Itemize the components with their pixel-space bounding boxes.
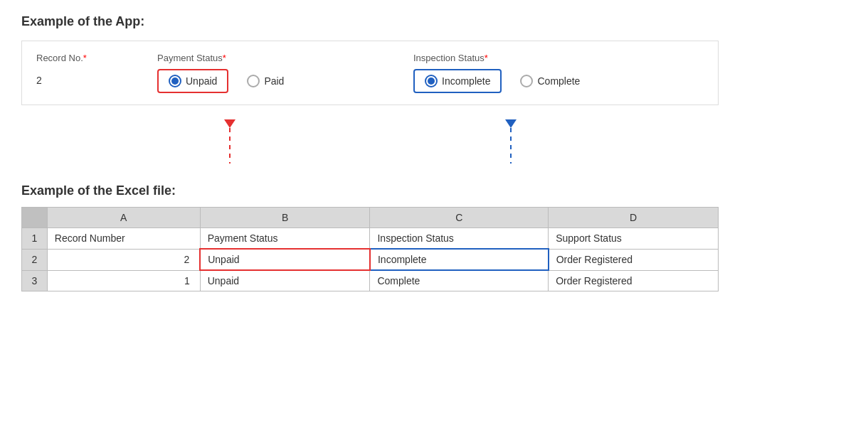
row-2-header: 2 [22,249,48,270]
app-example-box: Record No.* 2 Payment Status* Unpaid Pai… [21,41,719,105]
record-no-value: 2 [36,69,129,86]
inspection-status-label: Inspection Status* [413,53,627,63]
inspection-status-required: * [485,53,488,63]
inspection-complete-option[interactable]: Complete [510,70,590,92]
col-a-header: A [47,208,200,228]
red-dashed-line [229,128,231,164]
row-3-col-a: 1 [47,270,200,291]
payment-paid-option[interactable]: Paid [237,70,294,92]
row-3-header: 3 [22,270,48,291]
excel-table: A B C D 1 Record Number Payment Status I… [21,207,719,291]
record-no-required: * [83,53,87,63]
inspection-complete-label: Complete [537,75,580,87]
row-2-col-c: Incomplete [370,249,549,270]
row-1-col-a: Record Number [47,228,200,250]
row-2-col-a: 2 [47,249,200,270]
inspection-incomplete-radio[interactable] [425,75,438,87]
row-2-col-d: Order Registered [549,249,719,270]
row-1-col-b: Payment Status [200,228,370,250]
col-d-header: D [549,208,719,228]
col-c-header: C [370,208,549,228]
row-1-col-d: Support Status [549,228,719,250]
blue-dashed-line [510,128,512,164]
payment-paid-label: Paid [264,75,284,87]
payment-status-label: Payment Status* [157,53,342,63]
app-section-title: Example of the App: [21,14,847,29]
blue-arrow-head [505,119,517,128]
row-2-col-b: Unpaid [200,249,370,270]
payment-paid-radio[interactable] [247,75,260,87]
red-arrow-head [224,119,235,128]
table-row: 1 Record Number Payment Status Inspectio… [22,228,719,250]
payment-unpaid-label: Unpaid [186,75,217,87]
payment-status-required: * [223,53,226,63]
record-no-label: Record No.* [36,53,129,63]
inspection-radio-group: Incomplete Complete [413,69,627,93]
arrows-area [21,119,719,176]
inspection-status-field: Inspection Status* Incomplete Complete [413,53,627,93]
corner-cell [22,208,48,228]
red-arrow [224,119,235,164]
payment-unpaid-option[interactable]: Unpaid [157,69,228,93]
app-form-row: Record No.* 2 Payment Status* Unpaid Pai… [36,53,704,93]
row-1-col-c: Inspection Status [370,228,549,250]
inspection-incomplete-label: Incomplete [442,75,490,87]
inspection-incomplete-option[interactable]: Incomplete [413,69,502,93]
row-3-col-d: Order Registered [549,270,719,291]
payment-radio-group: Unpaid Paid [157,69,342,93]
blue-arrow [505,119,517,164]
payment-status-field: Payment Status* Unpaid Paid [157,53,342,93]
row-3-col-b: Unpaid [200,270,370,291]
table-row: 3 1 Unpaid Complete Order Registered [22,270,719,291]
table-row: 2 2 Unpaid Incomplete Order Registered [22,249,719,270]
inspection-complete-radio[interactable] [520,75,533,87]
record-no-field: Record No.* 2 [36,53,129,86]
row-3-col-c: Complete [370,270,549,291]
payment-unpaid-radio[interactable] [169,75,181,87]
col-b-header: B [200,208,370,228]
row-1-header: 1 [22,228,48,250]
excel-section-title: Example of the Excel file: [21,183,847,198]
